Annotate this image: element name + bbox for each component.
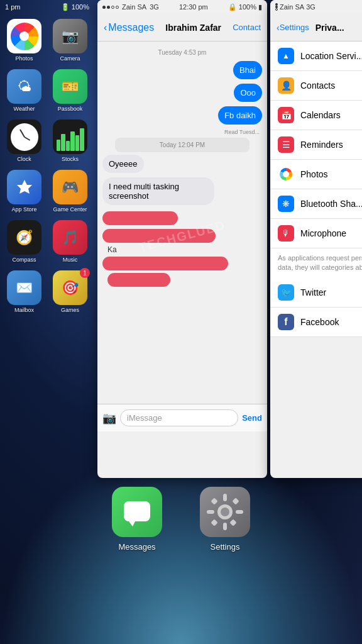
settings-item-location[interactable]: ▲ Location Servi... › [270, 42, 362, 71]
twitter-icon: 🐦 [278, 284, 294, 301]
microphone-label: Microphone [300, 228, 362, 238]
signal-dots: Zain SA 3G [102, 3, 159, 11]
settings-carrier: Zain SA [280, 3, 304, 11]
location-icon: ▲ [278, 48, 294, 64]
dot4 [116, 6, 119, 9]
settings-network: 3G [306, 3, 315, 11]
clock-icon [7, 119, 41, 154]
settings-item-calendars[interactable]: 📅 Calendars › [270, 101, 362, 130]
camera-icon: 📷 [53, 19, 87, 53]
settings-item-contacts[interactable]: 👤 Contacts › [270, 71, 362, 101]
message-row: I need multi tasking screenshot [102, 177, 262, 208]
app-clock[interactable]: Clock [4, 119, 45, 162]
gamecenter-icon: 🎮 [53, 170, 87, 204]
messages-dock-icon [112, 487, 162, 537]
battery-percent: 100% [72, 3, 89, 11]
network-type: 3G [150, 3, 159, 11]
received-bubble-oyeeee: Oyeeee [102, 155, 144, 173]
settings-dock-icon [200, 487, 250, 537]
twitter-label: Twitter [300, 287, 362, 297]
battery-pct: 100% [239, 3, 256, 11]
message-row [102, 229, 262, 243]
photos-setting-icon [278, 166, 294, 182]
settings-item-microphone[interactable]: 🎙 Microphone › [270, 219, 362, 248]
svg-rect-9 [229, 519, 236, 526]
app-mailbox[interactable]: ✉️ Mailbox [4, 270, 45, 313]
redacted-bar-4 [107, 273, 170, 287]
app-compass[interactable]: 🧭 Compass [4, 220, 45, 263]
app-stocks[interactable]: Stocks [50, 119, 90, 162]
app-weather[interactable]: 🌤 Weather [4, 69, 45, 112]
svg-point-3 [221, 508, 229, 516]
settings-nav-title: Priva... [315, 23, 344, 33]
music-icon: 🎵 [53, 220, 87, 255]
app-games[interactable]: 🎯 1 Games [50, 270, 90, 313]
weather-icon: 🌤 [7, 69, 41, 104]
settings-back-label: Settings [280, 23, 309, 32]
settings-item-facebook[interactable]: f Facebook › [270, 308, 362, 337]
read-receipt: Read Tuesd... [102, 129, 262, 135]
message-row: Fb daikh [102, 106, 262, 127]
mailbox-label: Mailbox [14, 307, 34, 313]
compass-icon: 🧭 [7, 220, 41, 255]
dock-messages[interactable]: Messages [112, 487, 162, 552]
sent-bubble-ooo: Ooo [234, 84, 262, 102]
app-photos[interactable]: Photos [4, 19, 45, 62]
stocks-label: Stocks [62, 156, 79, 162]
settings-back-button[interactable]: ‹ Settings [277, 23, 309, 33]
settings-status-left: Zain SA 3G [275, 3, 315, 11]
settings-panel: Zain SA 3G 12:30 ‹ Settings Priva... ▲ L… [270, 0, 362, 478]
battery-bar: ▮ [258, 3, 262, 11]
settings-item-reminders[interactable]: ☰ Reminders › [270, 130, 362, 160]
app-camera[interactable]: 📷 Camera [50, 19, 90, 62]
compass-label: Compass [12, 257, 36, 263]
svg-rect-11 [232, 497, 239, 504]
settings-list: ▲ Location Servi... › 👤 Contacts › 📅 Cal… [270, 42, 362, 337]
battery-area: 🔒 100% ▮ [228, 3, 262, 11]
carrier-name: Zain SA [122, 3, 146, 11]
app-grid: Photos 📷 Camera 🌤 Weather 🎫 Passbook [0, 14, 94, 318]
app-gamecenter[interactable]: 🎮 Game Center [50, 170, 90, 213]
app-appstore[interactable]: App Store [4, 170, 45, 213]
dot2 [107, 6, 110, 9]
clock-label: Clock [17, 156, 31, 162]
facebook-icon: f [278, 314, 294, 330]
message-row [102, 257, 262, 270]
mailbox-icon: ✉️ [7, 270, 41, 305]
home-status-right: 🔋 100% [61, 3, 89, 11]
home-time: 1 pm [5, 3, 20, 11]
camera-icon: 📷 [102, 411, 116, 425]
messages-panel: Zain SA 3G 12:30 pm 🔒 100% ▮ ‹ Messages … [97, 0, 267, 478]
dock-settings[interactable]: Settings [200, 487, 250, 552]
settings-dock-label: Settings [211, 542, 240, 552]
message-row: Ooo [102, 84, 262, 104]
appstore-icon [7, 170, 41, 204]
lock-icon: 🔒 [228, 3, 237, 11]
battery-icon: 🔋 [61, 3, 70, 11]
settings-item-twitter[interactable]: 🐦 Twitter › [270, 278, 362, 308]
svg-marker-1 [129, 521, 135, 526]
messages-content: Tuesday 4:53 pm Bhai Ooo Fb daikh Read T… [97, 42, 267, 431]
svg-rect-8 [211, 497, 217, 504]
svg-rect-4 [223, 494, 227, 501]
today-header: Today 12:04 PM [115, 138, 250, 152]
messages-dock-label: Messages [118, 542, 155, 552]
send-button[interactable]: Send [242, 413, 262, 423]
sent-bubble-fb: Fb daikh [218, 106, 262, 125]
photos-label: Photos [15, 55, 33, 62]
calendars-label: Calendars [300, 110, 362, 120]
app-music[interactable]: 🎵 Music [50, 220, 90, 263]
message-input-bar: 📷 iMessage Send [97, 404, 267, 431]
settings-item-photos[interactable]: Photos › [270, 160, 362, 189]
contact-button[interactable]: Contact [233, 23, 261, 32]
message-input[interactable]: iMessage [120, 409, 238, 426]
app-passbook[interactable]: 🎫 Passbook [50, 69, 90, 112]
main-content: 1 pm 🔋 100% Photos [0, 0, 362, 644]
messages-nav-bar: ‹ Messages Ibrahim Zafar Contact [97, 14, 267, 42]
messages-back-button[interactable]: ‹ Messages [104, 22, 154, 33]
svg-rect-5 [223, 523, 227, 530]
dot1 [102, 6, 106, 9]
calendars-icon: 📅 [278, 107, 294, 123]
settings-item-bluetooth[interactable]: ❋ Bluetooth Sha... › [270, 189, 362, 219]
messages-status-bar: Zain SA 3G 12:30 pm 🔒 100% ▮ [97, 0, 267, 14]
